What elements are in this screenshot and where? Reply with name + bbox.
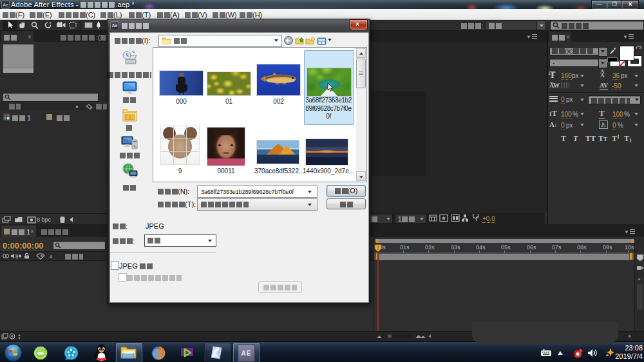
svg-text:#: # <box>50 254 53 260</box>
